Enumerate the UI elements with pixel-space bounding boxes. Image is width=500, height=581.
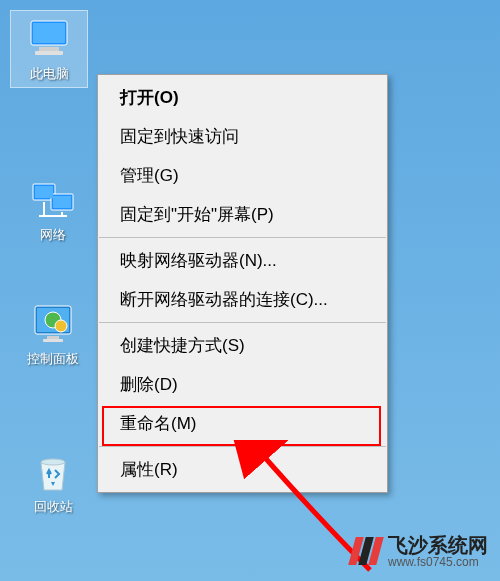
menu-separator	[99, 322, 386, 323]
menu-item-open[interactable]: 打开(O)	[98, 78, 387, 117]
menu-item-manage[interactable]: 管理(G)	[98, 156, 387, 195]
desktop-icon-this-pc[interactable]: 此电脑	[10, 10, 88, 88]
menu-item-pin-quick-access[interactable]: 固定到快速访问	[98, 117, 387, 156]
svg-rect-1	[33, 23, 65, 43]
svg-rect-7	[53, 196, 71, 208]
icon-label: 回收站	[34, 498, 73, 516]
menu-item-rename[interactable]: 重命名(M)	[98, 404, 387, 443]
menu-item-create-shortcut[interactable]: 创建快捷方式(S)	[98, 326, 387, 365]
menu-item-map-network-drive[interactable]: 映射网络驱动器(N)...	[98, 241, 387, 280]
menu-item-pin-start[interactable]: 固定到"开始"屏幕(P)	[98, 195, 387, 234]
svg-rect-2	[39, 47, 59, 51]
menu-item-properties[interactable]: 属性(R)	[98, 450, 387, 489]
svg-point-17	[41, 459, 65, 465]
desktop-icon-network[interactable]: 网络	[14, 176, 92, 244]
svg-rect-6	[35, 186, 53, 198]
icon-label: 此电脑	[30, 65, 69, 83]
svg-rect-15	[47, 336, 59, 339]
context-menu: 打开(O) 固定到快速访问 管理(G) 固定到"开始"屏幕(P) 映射网络驱动器…	[97, 74, 388, 493]
menu-item-delete[interactable]: 删除(D)	[98, 365, 387, 404]
svg-rect-3	[35, 51, 63, 55]
control-panel-icon	[29, 300, 77, 348]
menu-separator	[99, 446, 386, 447]
menu-item-disconnect-drive[interactable]: 断开网络驱动器的连接(C)...	[98, 280, 387, 319]
watermark-logo-icon	[352, 537, 382, 565]
svg-point-14	[55, 320, 67, 332]
watermark-url: www.fs0745.com	[388, 556, 488, 569]
icon-label: 控制面板	[27, 350, 79, 368]
watermark-name: 飞沙系统网	[388, 534, 488, 556]
svg-rect-16	[43, 339, 63, 342]
menu-separator	[99, 237, 386, 238]
watermark: 飞沙系统网 www.fs0745.com	[352, 534, 488, 569]
computer-icon	[25, 15, 73, 63]
network-icon	[29, 176, 77, 224]
desktop-icon-recycle-bin[interactable]: 回收站	[14, 448, 92, 516]
desktop-icon-control-panel[interactable]: 控制面板	[14, 300, 92, 368]
icon-label: 网络	[40, 226, 66, 244]
recycle-bin-icon	[29, 448, 77, 496]
